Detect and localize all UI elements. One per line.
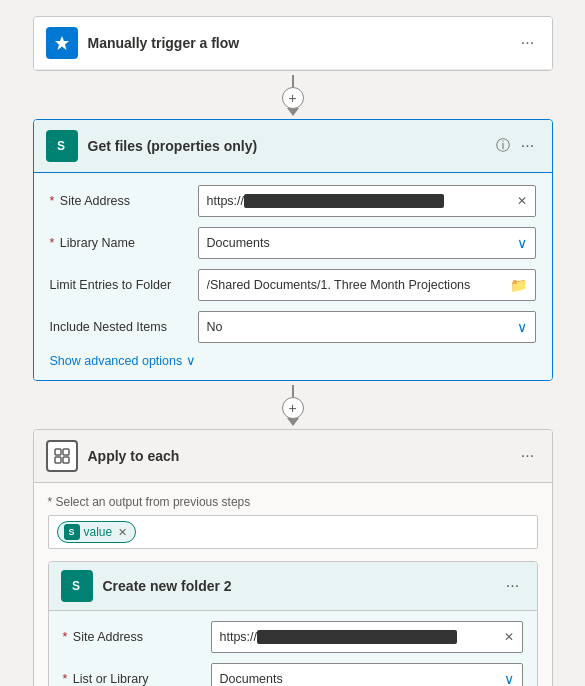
get-files-icon: S	[46, 130, 78, 162]
site-address-label: * Site Address	[50, 194, 190, 208]
svg-rect-2	[63, 449, 69, 455]
inner-site-address-row: * Site Address https:// ✕	[63, 621, 523, 653]
site-address-row: * Site Address https:// ✕	[50, 185, 536, 217]
limit-folder-text: /Shared Documents/1. Three Month Project…	[207, 278, 506, 292]
create-folder-more-btn[interactable]: ···	[501, 574, 525, 598]
trigger-header: Manually trigger a flow ···	[34, 17, 552, 70]
inner-library-select[interactable]: Documents ∨	[211, 663, 523, 686]
get-files-more-btn[interactable]: ···	[516, 134, 540, 158]
connector-arrow-2	[287, 418, 299, 426]
required-star-4: *	[63, 672, 68, 686]
trigger-card: Manually trigger a flow ···	[33, 16, 553, 71]
svg-rect-4	[63, 457, 69, 463]
inner-site-address-clear-icon[interactable]: ✕	[504, 630, 514, 644]
nested-items-row: Include Nested Items No ∨	[50, 311, 536, 343]
add-step-btn-2[interactable]: +	[282, 397, 304, 419]
required-star-1: *	[50, 194, 55, 208]
apply-each-title: Apply to each	[88, 448, 506, 464]
site-address-text: https://	[207, 194, 513, 209]
get-files-title: Get files (properties only)	[88, 138, 486, 154]
get-files-actions: ⓘ ···	[496, 134, 540, 158]
select-output-box[interactable]: S value ✕	[48, 515, 538, 549]
nested-items-select[interactable]: No ∨	[198, 311, 536, 343]
inner-site-address-label: * Site Address	[63, 630, 203, 644]
chip-text: value	[84, 525, 113, 539]
site-address-input[interactable]: https:// ✕	[198, 185, 536, 217]
required-star-3: *	[63, 630, 68, 644]
redacted-1	[244, 194, 444, 208]
canvas: Manually trigger a flow ··· + S Get file…	[0, 0, 585, 686]
select-output-label: * Select an output from previous steps	[48, 495, 538, 509]
svg-rect-1	[55, 449, 61, 455]
apply-each-body: * Select an output from previous steps S…	[34, 483, 552, 686]
library-name-select[interactable]: Documents ∨	[198, 227, 536, 259]
connector-line-2	[292, 385, 294, 397]
create-folder-icon: S	[61, 570, 93, 602]
chip-icon: S	[64, 524, 80, 540]
get-files-card: S Get files (properties only) ⓘ ··· * Si…	[33, 119, 553, 381]
connector-line-1	[292, 75, 294, 87]
get-files-body: * Site Address https:// ✕ * Library Name	[34, 173, 552, 380]
add-step-btn-1[interactable]: +	[282, 87, 304, 109]
advanced-link-text: Show advanced options	[50, 354, 183, 368]
connector-1: +	[282, 71, 304, 119]
create-folder-header: S Create new folder 2 ···	[49, 562, 537, 611]
trigger-actions: ···	[516, 31, 540, 55]
inner-site-address-text: https://	[220, 630, 500, 645]
nested-items-text: No	[207, 320, 513, 334]
nested-chevron-icon[interactable]: ∨	[517, 319, 527, 335]
apply-each-actions: ···	[516, 444, 540, 468]
get-files-header: S Get files (properties only) ⓘ ···	[34, 120, 552, 173]
svg-rect-3	[55, 457, 61, 463]
apply-each-more-btn[interactable]: ···	[516, 444, 540, 468]
connector-arrow-1	[287, 108, 299, 116]
redacted-2	[257, 630, 457, 644]
apply-each-header: Apply to each ···	[34, 430, 552, 483]
svg-text:S: S	[57, 139, 65, 153]
inner-library-label: * List or Library	[63, 672, 203, 686]
library-chevron-icon[interactable]: ∨	[517, 235, 527, 251]
inner-library-text: Documents	[220, 672, 500, 686]
get-files-advanced-link[interactable]: Show advanced options ∨	[50, 353, 197, 368]
create-folder-actions: ···	[501, 574, 525, 598]
connector-2: +	[282, 381, 304, 429]
create-folder-body: * Site Address https:// ✕ *	[49, 611, 537, 686]
nested-items-label: Include Nested Items	[50, 320, 190, 334]
library-name-text: Documents	[207, 236, 513, 250]
library-name-label: * Library Name	[50, 236, 190, 250]
limit-folder-folder-icon[interactable]: 📁	[510, 277, 527, 293]
create-folder-title: Create new folder 2	[103, 578, 491, 594]
trigger-more-btn[interactable]: ···	[516, 31, 540, 55]
inner-library-row: * List or Library Documents ∨	[63, 663, 523, 686]
chip-remove-icon[interactable]: ✕	[118, 526, 127, 539]
svg-text:S: S	[72, 579, 80, 593]
limit-folder-label: Limit Entries to Folder	[50, 278, 190, 292]
site-address-clear-icon[interactable]: ✕	[517, 194, 527, 208]
library-name-row: * Library Name Documents ∨	[50, 227, 536, 259]
inner-library-chevron-icon[interactable]: ∨	[504, 671, 514, 686]
apply-each-card: Apply to each ··· * Select an output fro…	[33, 429, 553, 686]
limit-folder-input[interactable]: /Shared Documents/1. Three Month Project…	[198, 269, 536, 301]
get-files-info-icon[interactable]: ⓘ	[496, 137, 510, 155]
value-token: S value ✕	[57, 521, 137, 543]
limit-folder-row: Limit Entries to Folder /Shared Document…	[50, 269, 536, 301]
inner-site-address-input[interactable]: https:// ✕	[211, 621, 523, 653]
trigger-icon	[46, 27, 78, 59]
required-star-2: *	[50, 236, 55, 250]
advanced-chevron-icon: ∨	[186, 353, 196, 368]
create-folder-card: S Create new folder 2 ··· * Site Address	[48, 561, 538, 686]
apply-each-icon	[46, 440, 78, 472]
trigger-title: Manually trigger a flow	[88, 35, 506, 51]
